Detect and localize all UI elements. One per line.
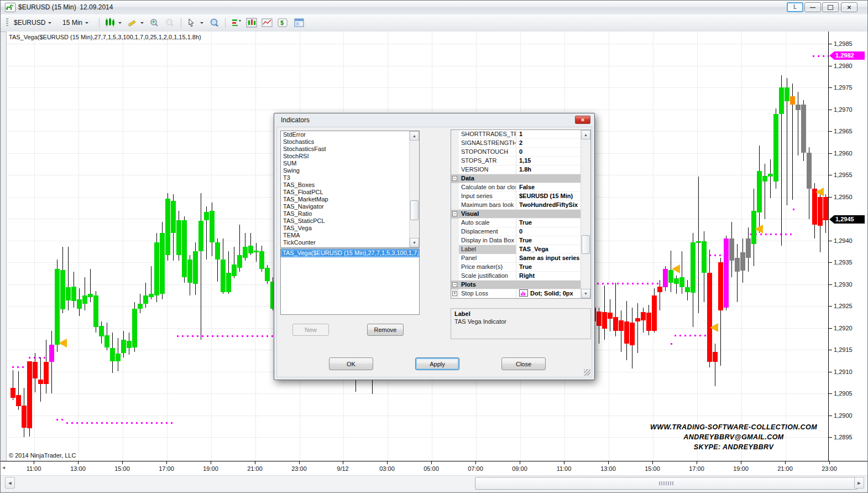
- property-row[interactable]: Maximum bars look bTwoHundredFiftySix: [451, 201, 581, 210]
- indicator-list-item[interactable]: TAS_Vega: [281, 225, 419, 232]
- expand-collapse-icon[interactable]: −: [452, 211, 457, 216]
- indicator-list-item[interactable]: Swing: [281, 167, 419, 174]
- price-tick: [829, 241, 832, 241]
- time-tick: [829, 461, 830, 464]
- property-label: Price marker(s): [459, 263, 516, 272]
- property-grid-scrollbar[interactable]: ▲ ▼: [581, 130, 590, 298]
- expand-collapse-icon[interactable]: −: [452, 176, 457, 181]
- link-button[interactable]: L: [787, 2, 803, 12]
- ok-button[interactable]: OK: [329, 357, 373, 370]
- candlestick: [226, 273, 231, 292]
- property-row[interactable]: Price marker(s)True: [451, 263, 581, 272]
- scrollbar-left-arrow[interactable]: ◄: [5, 477, 15, 489]
- indicator-list-item[interactable]: TAS_FloatPCL: [281, 189, 419, 196]
- scrollbar-thumb[interactable]: [475, 477, 857, 490]
- scroll-up-arrow[interactable]: ▲: [410, 131, 419, 141]
- property-row[interactable]: STOPONTOUCH0: [451, 148, 581, 157]
- indicator-list-item[interactable]: SUM: [281, 160, 419, 167]
- selected-indicator-row[interactable]: TAS_Vega($EURUSD (15 Min),27,7,1,5,3,100…: [281, 249, 419, 257]
- list-scrollbar[interactable]: ▲ ▼: [409, 131, 419, 247]
- chevron-down-icon: [200, 22, 203, 25]
- apply-button[interactable]: Apply: [415, 357, 459, 370]
- property-row[interactable]: STOPS_ATR1,15: [451, 157, 581, 165]
- close-button[interactable]: ✕: [841, 2, 857, 12]
- dialog-close-action-button[interactable]: Close: [501, 357, 546, 370]
- scrollbar-thumb[interactable]: [410, 200, 419, 220]
- mini-chart-button[interactable]: [262, 17, 273, 29]
- maximize-button[interactable]: [822, 2, 839, 12]
- property-row[interactable]: Calculate on bar closFalse: [451, 183, 581, 192]
- zoom-out-button[interactable]: [164, 17, 175, 29]
- instrument-dropdown[interactable]: $EURUSD: [14, 17, 51, 29]
- property-grid[interactable]: SHORTTRADES_TR1SIGNALSTRENGTH2STOPONTOUC…: [451, 129, 591, 299]
- scroll-left-arrow[interactable]: ◂: [2, 464, 5, 470]
- candle-wick: [68, 247, 69, 310]
- title-bar[interactable]: $EURUSD (15 Min) 12.09.2014 L — ✕: [1, 1, 867, 15]
- property-row[interactable]: +Stop LossDot; Solid; 0px: [451, 289, 581, 298]
- property-category-row[interactable]: −Plots: [451, 281, 581, 289]
- interval-dropdown[interactable]: 15 Min: [62, 17, 88, 29]
- expand-collapse-icon[interactable]: −: [452, 282, 457, 287]
- indicator-list-item[interactable]: Stochastics: [281, 138, 419, 146]
- toolbar-grip[interactable]: [6, 18, 8, 27]
- property-row[interactable]: Display in Data BoxTrue: [451, 236, 581, 245]
- new-button[interactable]: New: [292, 324, 329, 336]
- scroll-down-arrow[interactable]: ▼: [581, 289, 590, 298]
- property-category-row[interactable]: −Data: [451, 174, 581, 183]
- indicator-list-item[interactable]: TAS_Boxes: [281, 181, 419, 189]
- indicator-list-item[interactable]: TAS_Navigator: [281, 203, 419, 210]
- indicator-list-item[interactable]: TAS_Ratio: [281, 210, 419, 217]
- candlestick: [768, 174, 773, 177]
- indicator-list-item[interactable]: StochasticsFast: [281, 146, 419, 153]
- account-data-button[interactable]: $: [277, 17, 288, 29]
- available-indicators-list[interactable]: StdErrorStochasticsStochasticsFastStochR…: [280, 131, 420, 248]
- resize-grip[interactable]: [584, 369, 590, 376]
- property-row[interactable]: Scale justificationRight: [451, 272, 581, 281]
- zoom-in-button[interactable]: +: [149, 17, 160, 29]
- magnifier-button[interactable]: [208, 17, 219, 29]
- scroll-up-arrow[interactable]: ▲: [581, 130, 590, 139]
- draw-button[interactable]: [127, 17, 144, 29]
- dialog-close-button[interactable]: ✕: [575, 116, 590, 124]
- property-row[interactable]: SIGNALSTRENGTH2: [451, 139, 581, 148]
- price-tick: [829, 262, 832, 263]
- indicator-list-item[interactable]: TAS_MarketMap: [281, 196, 419, 203]
- property-category-row[interactable]: −Visual: [451, 210, 581, 219]
- configured-indicators-list[interactable]: TAS_Vega($EURUSD (15 Min),27,7,1,5,3,100…: [280, 248, 420, 315]
- scroll-down-arrow[interactable]: ▼: [410, 238, 419, 247]
- time-tick: [652, 461, 653, 464]
- candlestick: [679, 277, 684, 287]
- data-series-button[interactable]: [246, 17, 257, 29]
- candle-wick: [698, 177, 699, 313]
- candlestick: [248, 246, 253, 253]
- property-row[interactable]: Input series$EURUSD (15 Min): [451, 192, 581, 201]
- candle-wick: [256, 243, 257, 262]
- chart-trader-button[interactable]: [231, 17, 242, 29]
- horizontal-scrollbar[interactable]: ◄ ►: [1, 475, 868, 490]
- remove-button[interactable]: Remove: [367, 324, 404, 336]
- property-row[interactable]: Displacement0: [451, 227, 581, 236]
- candlestick: [685, 287, 690, 292]
- expand-collapse-icon[interactable]: +: [452, 291, 457, 296]
- property-row[interactable]: PanelSame as input series: [451, 254, 581, 263]
- indicator-list-item[interactable]: StdError: [281, 131, 419, 138]
- property-row[interactable]: SHORTTRADES_TR1: [451, 130, 581, 139]
- indicator-list-item[interactable]: TAS_StaticPCL: [281, 217, 419, 225]
- chart-style-button[interactable]: [104, 17, 122, 29]
- cursor-button[interactable]: [186, 17, 203, 29]
- time-axis[interactable]: ◂ 11:0013:0015:0017:0019:0021:0023:009/1…: [1, 461, 868, 476]
- property-row[interactable]: VERSION1.8h: [451, 165, 581, 174]
- scrollbar-right-arrow[interactable]: ►: [854, 477, 864, 489]
- scrollbar-thumb[interactable]: [582, 235, 590, 254]
- zoom-in-icon: +: [149, 18, 160, 28]
- panel-button[interactable]: [294, 17, 305, 29]
- indicator-list-item[interactable]: StochRSI: [281, 153, 419, 160]
- indicator-list-item[interactable]: TickCounter: [281, 239, 419, 246]
- pencil-icon: [127, 18, 138, 28]
- minimize-button[interactable]: —: [804, 2, 821, 12]
- indicator-list-item[interactable]: TEMA: [281, 232, 419, 239]
- indicator-list-item[interactable]: T3: [281, 174, 419, 181]
- property-row[interactable]: LabelTAS_Vega: [451, 245, 581, 254]
- price-axis[interactable]: 1,29851,29801,29751,29701,29651,29601,29…: [828, 32, 868, 461]
- property-row[interactable]: Auto scaleTrue: [451, 219, 581, 227]
